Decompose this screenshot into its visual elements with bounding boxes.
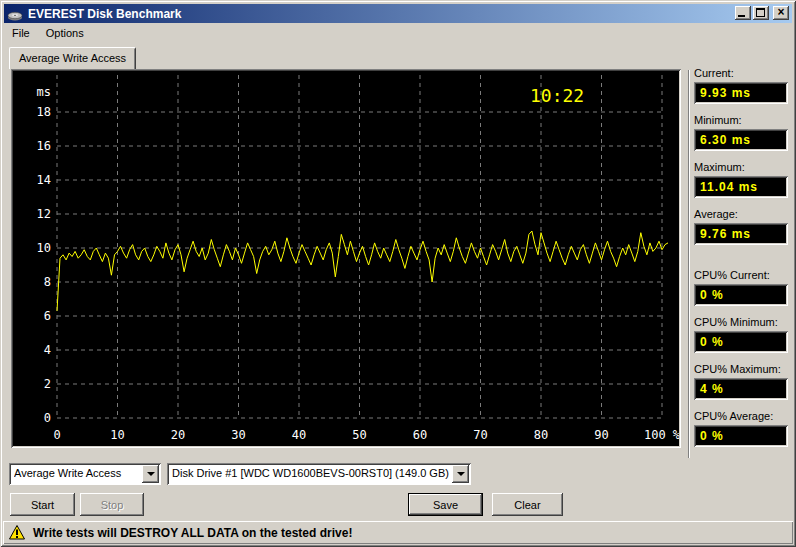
- app-icon: [7, 6, 23, 22]
- stat-value: 6.30 ms: [694, 129, 788, 151]
- stat-label: CPU% Maximum:: [694, 363, 788, 376]
- svg-text:2: 2: [44, 377, 51, 391]
- svg-text:70: 70: [473, 428, 487, 442]
- svg-text:10: 10: [37, 241, 51, 255]
- warning-icon: [9, 525, 25, 540]
- svg-text:0: 0: [44, 411, 51, 425]
- svg-text:30: 30: [231, 428, 245, 442]
- status-bar: Write tests will DESTROY ALL DATA on the…: [3, 521, 793, 544]
- svg-text:80: 80: [534, 428, 548, 442]
- stat-label: CPU% Minimum:: [694, 316, 788, 329]
- stat-value: 0 %: [694, 331, 788, 353]
- stat-cpu-current: CPU% Current: 0 %: [694, 269, 788, 282]
- benchmark-chart-svg: 0246810121416180102030405060708090100 %m…: [13, 71, 679, 446]
- svg-text:18: 18: [37, 105, 51, 119]
- stat-minimum: Minimum: 6.30 ms: [694, 114, 788, 127]
- menu-options[interactable]: Options: [38, 25, 92, 41]
- stat-current: Current: 9.93 ms: [694, 67, 788, 80]
- window-title: EVEREST Disk Benchmark: [28, 7, 181, 21]
- svg-text:100 %: 100 %: [644, 428, 679, 442]
- panel-divider: [688, 70, 690, 458]
- menu-bar: File Options: [4, 24, 792, 42]
- svg-text:16: 16: [37, 139, 51, 153]
- drive-value: Disk Drive #1 [WDC WD1600BEVS-00RST0] (1…: [172, 467, 449, 479]
- everest-disk-benchmark-window: EVEREST Disk Benchmark × File Options Av…: [0, 0, 796, 547]
- chevron-down-icon: [147, 472, 155, 476]
- stat-value: 4 %: [694, 378, 788, 400]
- stats-panel: Current: 9.93 ms Minimum: 6.30 ms Maximu…: [694, 0, 788, 547]
- tab-label: Average Write Access: [19, 52, 126, 64]
- svg-text:10: 10: [110, 428, 124, 442]
- stat-cpu-maximum: CPU% Maximum: 4 %: [694, 363, 788, 376]
- svg-text:ms: ms: [37, 85, 51, 99]
- stat-label: CPU% Current:: [694, 269, 788, 282]
- benchmark-chart: 0246810121416180102030405060708090100 %m…: [11, 69, 681, 448]
- stat-value: 0 %: [694, 425, 788, 447]
- start-button[interactable]: Start: [10, 493, 75, 516]
- status-text: Write tests will DESTROY ALL DATA on the…: [33, 526, 352, 540]
- stat-label: Average:: [694, 208, 788, 221]
- stat-average: Average: 9.76 ms: [694, 208, 788, 221]
- svg-text:6: 6: [44, 309, 51, 323]
- menu-file[interactable]: File: [4, 25, 38, 41]
- svg-text:40: 40: [292, 428, 306, 442]
- drive-dropdown-button[interactable]: [452, 465, 469, 483]
- save-button[interactable]: Save: [408, 493, 483, 516]
- svg-text:10:22: 10:22: [530, 85, 584, 106]
- drive-select[interactable]: Disk Drive #1 [WDC WD1600BEVS-00RST0] (1…: [167, 463, 471, 485]
- stat-label: Maximum:: [694, 161, 788, 174]
- svg-text:50: 50: [352, 428, 366, 442]
- svg-text:90: 90: [594, 428, 608, 442]
- stat-value: 9.93 ms: [694, 82, 788, 104]
- title-bar[interactable]: EVEREST Disk Benchmark ×: [4, 4, 792, 23]
- stop-button[interactable]: Stop: [80, 493, 144, 516]
- svg-text:60: 60: [413, 428, 427, 442]
- clear-button[interactable]: Clear: [492, 493, 563, 516]
- stat-maximum: Maximum: 11.04 ms: [694, 161, 788, 174]
- test-type-select[interactable]: Average Write Access: [9, 463, 161, 485]
- svg-text:4: 4: [44, 343, 51, 357]
- svg-text:12: 12: [37, 207, 51, 221]
- svg-text:14: 14: [37, 173, 51, 187]
- stat-label: CPU% Average:: [694, 410, 788, 423]
- stat-value: 0 %: [694, 284, 788, 306]
- stat-label: Minimum:: [694, 114, 788, 127]
- svg-text:8: 8: [44, 275, 51, 289]
- svg-text:0: 0: [53, 428, 60, 442]
- stat-value: 9.76 ms: [694, 223, 788, 245]
- test-type-value: Average Write Access: [14, 467, 139, 479]
- chevron-down-icon: [457, 472, 465, 476]
- svg-text:20: 20: [171, 428, 185, 442]
- test-type-dropdown-button[interactable]: [142, 465, 159, 483]
- tab-average-write-access[interactable]: Average Write Access: [9, 47, 136, 69]
- stat-cpu-minimum: CPU% Minimum: 0 %: [694, 316, 788, 329]
- stat-label: Current:: [694, 67, 788, 80]
- stat-value: 11.04 ms: [694, 176, 788, 198]
- stat-cpu-average: CPU% Average: 0 %: [694, 410, 788, 423]
